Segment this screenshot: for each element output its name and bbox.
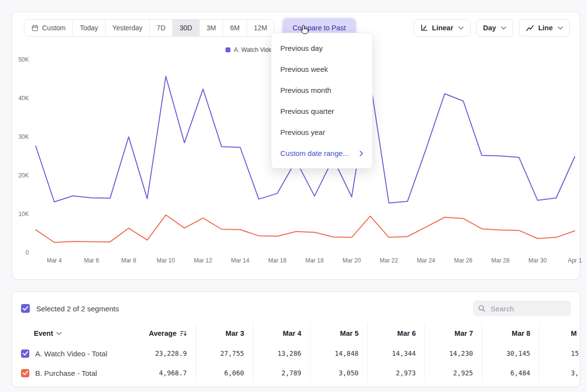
menu-item-previous-month[interactable]: Previous month bbox=[271, 80, 372, 101]
column-header-date: Mar 5 bbox=[311, 323, 368, 344]
x-axis-label: Apr 1 bbox=[560, 257, 587, 264]
range-3m-button[interactable]: 3M bbox=[199, 20, 223, 36]
row-value-cell: 6,060 bbox=[196, 363, 253, 383]
row-label-cell: A. Watch Video - Total bbox=[12, 344, 148, 363]
range-label: 30D bbox=[180, 24, 192, 32]
x-axis-label: Mar 26 bbox=[449, 257, 478, 264]
x-axis-label: Mar 20 bbox=[337, 257, 366, 264]
row-label-cell: B. Purchase - Total bbox=[12, 363, 148, 383]
column-header-date: Mar 4 bbox=[253, 323, 311, 344]
button-label: Day bbox=[483, 24, 497, 32]
row-value-cell: 3,050 bbox=[311, 363, 368, 383]
x-axis-label: Mar 24 bbox=[411, 257, 441, 264]
row-value-cell: 6,484 bbox=[482, 363, 540, 383]
search-input[interactable] bbox=[490, 304, 555, 313]
table-header-row: EventAverageMar 3Mar 4Mar 5Mar 6Mar 7Mar… bbox=[12, 323, 580, 344]
row-value-cell: 2,925 bbox=[425, 363, 482, 383]
x-axis-label: Mar 4 bbox=[40, 257, 69, 264]
range-yesterday-button[interactable]: Yesterday bbox=[105, 20, 150, 36]
sort-descending-icon[interactable] bbox=[180, 330, 187, 337]
menu-item-previous-year[interactable]: Previous year bbox=[271, 122, 372, 143]
linear-dropdown-button[interactable]: Linear bbox=[413, 19, 471, 37]
range-label: Custom bbox=[42, 24, 66, 32]
row-checkbox[interactable] bbox=[21, 349, 29, 358]
row-value-cell: 14,848 bbox=[311, 344, 368, 363]
linear-scale-icon bbox=[420, 24, 428, 32]
y-axis-label: 20K bbox=[12, 172, 29, 179]
row-value-cell: 27,755 bbox=[196, 344, 253, 363]
search-icon bbox=[478, 305, 486, 312]
segments-selected-text: Selected 2 of 2 segments bbox=[36, 305, 119, 313]
x-axis-label: Mar 16 bbox=[263, 257, 292, 264]
search-box bbox=[473, 301, 571, 316]
range-30d-button[interactable]: 30D bbox=[172, 20, 199, 36]
menu-item-previous-day[interactable]: Previous day bbox=[271, 38, 372, 59]
range-12m-button[interactable]: 12M bbox=[247, 20, 274, 36]
y-axis-label: 10K bbox=[12, 211, 29, 218]
row-value-cell: 15, bbox=[540, 344, 580, 363]
table-row: B. Purchase - Total4,968.76,0602,7893,05… bbox=[12, 363, 580, 383]
column-header-average[interactable]: Average bbox=[148, 323, 196, 344]
row-value-cell: 2,789 bbox=[253, 363, 311, 383]
range-label: 7D bbox=[157, 24, 165, 32]
range-today-button[interactable]: Today bbox=[72, 20, 105, 36]
y-axis-label: 40K bbox=[12, 95, 29, 102]
range-label: 3M bbox=[206, 24, 216, 32]
menu-item-previous-week[interactable]: Previous week bbox=[271, 59, 372, 80]
range-custom-button[interactable]: Custom bbox=[24, 20, 72, 36]
row-value-cell: 13,286 bbox=[253, 344, 311, 363]
row-checkbox[interactable] bbox=[21, 369, 29, 377]
x-axis-label: Mar 30 bbox=[523, 257, 552, 264]
chevron-right-icon bbox=[360, 151, 363, 156]
x-axis-label: Mar 12 bbox=[188, 257, 218, 264]
segments-bar: Selected 2 of 2 segments bbox=[12, 292, 580, 321]
column-header-date: Mar 7 bbox=[425, 323, 482, 344]
menu-item-previous-quarter[interactable]: Previous quarter bbox=[271, 101, 372, 122]
range-label: 12M bbox=[254, 24, 267, 32]
range-label: Yesterday bbox=[113, 24, 143, 32]
x-axis-label: Mar 28 bbox=[486, 257, 515, 264]
x-axis-label: Mar 18 bbox=[300, 257, 329, 264]
row-average-cell: 23,228.9 bbox=[148, 344, 196, 363]
column-header-event[interactable]: Event bbox=[12, 323, 148, 344]
y-axis-label: 50K bbox=[12, 56, 29, 63]
column-header-date: Mar 8 bbox=[482, 323, 540, 344]
button-label: Line bbox=[538, 24, 553, 32]
chart-line-b bbox=[36, 215, 575, 242]
calendar-icon bbox=[31, 24, 39, 32]
table-row: A. Watch Video - Total23,228.927,75513,2… bbox=[12, 344, 580, 363]
x-axis-label: Mar 22 bbox=[374, 257, 404, 264]
menu-item-label: Custom date range... bbox=[280, 149, 349, 157]
chevron-down-icon bbox=[458, 26, 464, 30]
row-label: A. Watch Video - Total bbox=[35, 349, 107, 358]
x-axis-label: Mar 6 bbox=[77, 257, 106, 264]
menu-item-custom-date-range[interactable]: Custom date range... bbox=[271, 143, 372, 164]
segments-table-card: Selected 2 of 2 segments EventAverageMar… bbox=[12, 291, 580, 387]
x-axis-label: Mar 8 bbox=[114, 257, 143, 264]
row-value-cell: 3, bbox=[540, 363, 580, 383]
button-label: Linear bbox=[432, 24, 453, 32]
y-axis-label: 0 bbox=[12, 249, 29, 256]
column-header-date: Mar 3 bbox=[196, 323, 253, 344]
chevron-down-icon bbox=[501, 26, 506, 30]
chevron-down-icon bbox=[56, 332, 62, 335]
line-chart-icon bbox=[526, 24, 534, 32]
row-value-cell: 14,230 bbox=[425, 344, 482, 363]
range-7d-button[interactable]: 7D bbox=[149, 20, 172, 36]
header-label: Average bbox=[149, 329, 177, 337]
legend-swatch bbox=[226, 47, 230, 52]
range-label: 6M bbox=[230, 24, 239, 32]
chart-options-group: LinearDayLine bbox=[413, 19, 570, 37]
select-all-checkbox[interactable] bbox=[21, 304, 30, 313]
range-label: Today bbox=[80, 24, 98, 32]
row-average-cell: 4,968.7 bbox=[148, 363, 196, 383]
day-dropdown-button[interactable]: Day bbox=[476, 19, 514, 37]
chart-card: CustomTodayYesterday7D30D3M6M12M Compare… bbox=[12, 12, 580, 280]
row-value-cell: 30,145 bbox=[482, 344, 540, 363]
compare-to-past-menu: Previous dayPrevious weekPrevious monthP… bbox=[271, 33, 373, 169]
range-6m-button[interactable]: 6M bbox=[223, 20, 246, 36]
column-header-date: M bbox=[540, 323, 580, 344]
row-value-cell: 14,344 bbox=[368, 344, 425, 363]
line-dropdown-button[interactable]: Line bbox=[519, 19, 570, 37]
y-axis-label: 30K bbox=[12, 133, 29, 140]
